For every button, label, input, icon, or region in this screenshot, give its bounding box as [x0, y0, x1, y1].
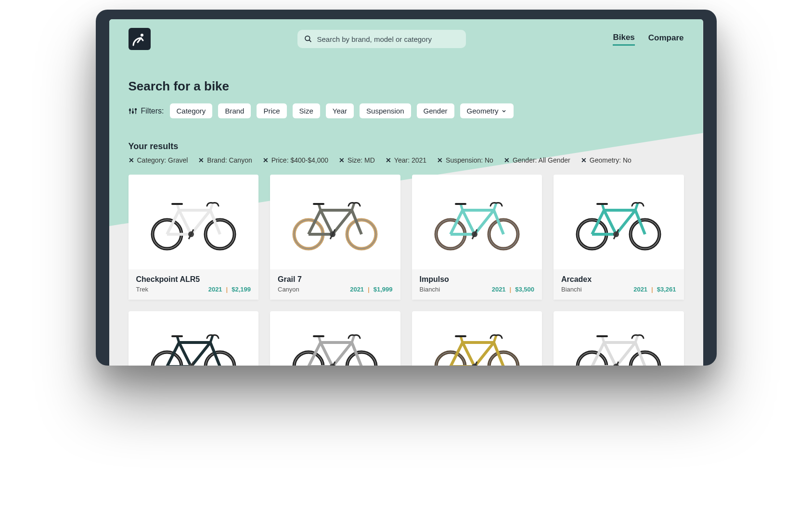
close-icon: ✕ [263, 156, 269, 164]
meta-divider: | [651, 286, 653, 293]
close-icon: ✕ [504, 156, 510, 164]
product-name: Grail 7 [278, 275, 393, 284]
active-filters: ✕Category: Gravel ✕Brand: Canyon ✕Price:… [129, 156, 684, 164]
results-grid: Checkpoint ALR5 Trek 2021 | $2,199 Grail… [129, 175, 684, 366]
card-footer: Checkpoint ALR5 Trek 2021 | $2,199 [129, 269, 259, 300]
product-brand: Canyon [278, 286, 299, 293]
product-brand: Bianchi [561, 286, 582, 293]
card-footer: Impulso Bianchi 2021 | $3,500 [412, 269, 542, 300]
product-image [554, 175, 684, 269]
meta-divider: | [510, 286, 512, 293]
product-year: 2021 [492, 286, 506, 293]
search-bar[interactable] [297, 30, 466, 48]
active-filter-price[interactable]: ✕Price: $400-$4,000 [263, 156, 328, 164]
meta-divider: | [368, 286, 370, 293]
bike-illustration [145, 326, 242, 366]
product-name: Checkpoint ALR5 [136, 275, 251, 284]
active-filter-category[interactable]: ✕Category: Gravel [129, 156, 188, 164]
product-brand: Bianchi [420, 286, 440, 293]
sliders-icon [129, 107, 137, 115]
product-price: $3,500 [515, 286, 534, 293]
result-card[interactable]: Grail 7 Canyon 2021 | $1,999 [270, 175, 400, 300]
bike-illustration [570, 326, 667, 366]
svg-line-60 [352, 335, 354, 342]
result-card[interactable] [554, 311, 684, 366]
filter-chip-suspension[interactable]: Suspension [360, 103, 411, 118]
tablet-frame: Bikes Compare Search for a bike Filte [96, 10, 717, 366]
product-image [270, 311, 400, 366]
main-nav: Bikes Compare [613, 33, 683, 46]
product-image [412, 311, 542, 366]
card-footer: Grail 7 Canyon 2021 | $1,999 [270, 269, 400, 300]
filters-label: Filters: [129, 107, 164, 115]
svg-point-1 [305, 36, 310, 41]
filter-chip-geometry[interactable]: Geometry [460, 103, 514, 118]
product-price: $1,999 [374, 286, 393, 293]
filter-chip-category[interactable]: Category [170, 103, 213, 118]
bike-illustration [287, 193, 383, 251]
card-footer: Arcadex Bianchi 2021 | $3,261 [554, 269, 684, 300]
svg-line-33 [494, 203, 496, 210]
page-title: Search for a bike [129, 79, 684, 94]
active-filter-brand[interactable]: ✕Brand: Canyon [198, 156, 252, 164]
close-icon: ✕ [339, 156, 345, 164]
header: Bikes Compare [129, 28, 684, 50]
result-card[interactable] [129, 311, 259, 366]
nav-bikes[interactable]: Bikes [613, 33, 634, 46]
bike-logo-icon [132, 32, 147, 46]
active-filter-year[interactable]: ✕Year: 2021 [386, 156, 426, 164]
result-card[interactable]: Impulso Bianchi 2021 | $3,500 [412, 175, 542, 300]
product-price: $3,261 [657, 286, 676, 293]
app-screen: Bikes Compare Search for a bike Filte [109, 19, 703, 366]
bike-illustration [570, 193, 667, 251]
product-image [412, 175, 542, 269]
result-card[interactable]: Checkpoint ALR5 Trek 2021 | $2,199 [129, 175, 259, 300]
svg-line-42 [635, 203, 638, 210]
close-icon: ✕ [581, 156, 587, 164]
product-year: 2021 [350, 286, 364, 293]
app-logo[interactable] [129, 28, 151, 50]
filters-label-text: Filters: [141, 107, 164, 115]
active-filter-gender[interactable]: ✕Gender: All Gender [504, 156, 570, 164]
svg-line-24 [352, 203, 354, 210]
filter-chip-year[interactable]: Year [326, 103, 354, 118]
svg-point-0 [141, 34, 143, 37]
meta-divider: | [226, 286, 228, 293]
bike-illustration [429, 193, 525, 251]
nav-compare[interactable]: Compare [648, 33, 684, 45]
close-icon: ✕ [198, 156, 204, 164]
product-image [129, 311, 259, 366]
product-brand: Trek [136, 286, 149, 293]
svg-line-2 [309, 40, 311, 42]
svg-line-78 [635, 335, 638, 342]
result-card[interactable]: Arcadex Bianchi 2021 | $3,261 [554, 175, 684, 300]
product-year: 2021 [208, 286, 222, 293]
result-card[interactable] [270, 311, 400, 366]
filter-row: Filters: Category Brand Price Size Year … [129, 103, 684, 118]
bike-illustration [287, 326, 383, 366]
filter-chip-gender[interactable]: Gender [417, 103, 454, 118]
svg-line-15 [210, 203, 213, 210]
filter-chip-brand[interactable]: Brand [218, 103, 251, 118]
close-icon: ✕ [386, 156, 391, 164]
active-filter-geometry[interactable]: ✕Geometry: No [581, 156, 632, 164]
svg-line-51 [210, 335, 213, 342]
chevron-down-icon [501, 108, 507, 114]
product-image [270, 175, 400, 269]
svg-point-4 [129, 109, 130, 111]
active-filter-size[interactable]: ✕Size: MD [339, 156, 375, 164]
product-name: Arcadex [561, 275, 676, 284]
close-icon: ✕ [129, 156, 134, 164]
results-title: Your results [129, 141, 684, 152]
search-input[interactable] [317, 35, 459, 43]
product-image [129, 175, 259, 269]
product-name: Impulso [420, 275, 535, 284]
svg-point-6 [132, 111, 133, 113]
bike-illustration [145, 193, 242, 251]
active-filter-suspension[interactable]: ✕Suspension: No [437, 156, 493, 164]
close-icon: ✕ [437, 156, 443, 164]
filter-chip-price[interactable]: Price [257, 103, 286, 118]
filter-chip-size[interactable]: Size [293, 103, 320, 118]
result-card[interactable] [412, 311, 542, 366]
product-price: $2,199 [232, 286, 251, 293]
